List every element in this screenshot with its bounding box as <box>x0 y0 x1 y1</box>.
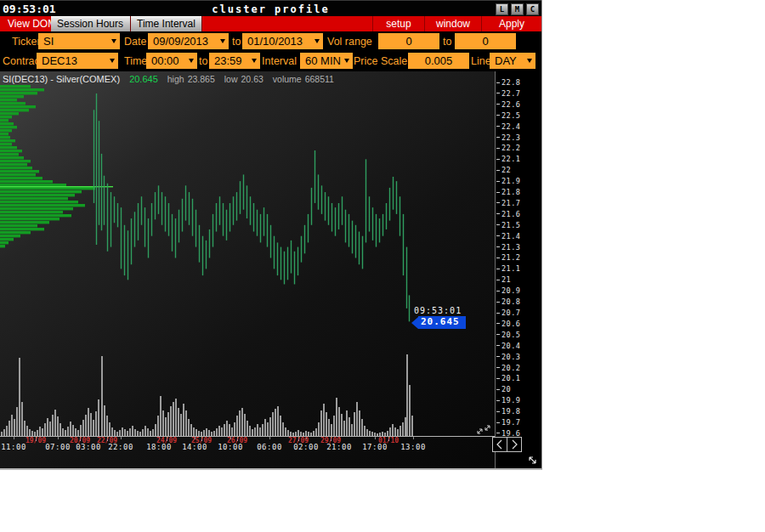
chevron-down-icon <box>314 39 320 43</box>
chevron-down-icon <box>110 59 115 63</box>
ticker-label: Ticker <box>12 36 41 48</box>
title-bar: 09:53:01 cluster profile L M C <box>0 0 541 17</box>
y-axis-label: 21 <box>496 275 511 284</box>
date-to-label: to <box>232 36 241 48</box>
y-axis-label: 21.2 <box>496 253 520 262</box>
y-axis-label: 21.1 <box>496 264 520 273</box>
window-button-c[interactable]: C <box>526 3 539 15</box>
cluster-profile-window: 09:53:01 cluster profile L M C View DOM … <box>0 0 542 470</box>
chart-plot-area[interactable]: SI(DEC13) - Silver(COMEX) 20.645 high23.… <box>0 71 495 468</box>
y-axis-label: 20.2 <box>496 364 520 372</box>
date-to-select[interactable]: 01/10/2013 <box>242 33 323 49</box>
price-axis: 22.822.722.622.522.422.322.222.12221.921… <box>495 71 541 468</box>
param-row-2: Contract DEC13 Time 00:00 to 23:59 Inter… <box>0 51 541 71</box>
price-scale-label: Price Scale <box>354 55 407 67</box>
y-axis-label: 22.7 <box>496 89 520 98</box>
vol-from-field[interactable]: 0 <box>378 33 439 49</box>
time-to-label: to <box>199 55 207 67</box>
y-axis-label: 22.6 <box>496 100 520 109</box>
y-axis-label: 22.8 <box>496 78 520 87</box>
resize-grip-icon[interactable] <box>527 455 538 466</box>
interval-label: Interval <box>262 55 297 67</box>
chevron-down-icon <box>252 59 257 63</box>
x-axis-time-label: 22:00 <box>108 443 133 451</box>
y-axis-label: 20.3 <box>496 353 520 361</box>
chevron-down-icon <box>344 59 349 63</box>
vol-to-field[interactable]: 0 <box>455 33 516 49</box>
interval-select[interactable]: 60 MIN <box>300 53 353 69</box>
y-axis-label: 22.2 <box>496 144 520 152</box>
x-axis-time-label: 17:00 <box>362 443 388 451</box>
last-price: 20.645 <box>129 74 158 84</box>
volume-stat: volume668511 <box>273 74 334 84</box>
y-axis-label: 22.1 <box>496 155 520 163</box>
high-stat: high23.865 <box>167 74 215 84</box>
y-axis-label: 20.4 <box>496 342 520 350</box>
time-from-select[interactable]: 00:00 <box>146 53 197 69</box>
y-axis-label: 20.7 <box>496 308 520 317</box>
window-button-m[interactable]: M <box>511 3 524 15</box>
time-axis: 19/0920/0922/0924/0925/0926/0927/0929/09… <box>0 437 495 455</box>
y-axis-label: 19.7 <box>496 418 520 427</box>
pan-arrows-icon[interactable] <box>475 422 492 436</box>
window-button-l[interactable]: L <box>496 3 508 15</box>
horizontal-scrollbar <box>492 437 522 452</box>
time-to-select[interactable]: 23:59 <box>209 53 260 69</box>
last-price-tag: 20.645 <box>411 316 466 329</box>
y-axis-label: 20.9 <box>496 286 520 295</box>
line-select[interactable]: DAY <box>490 53 536 69</box>
chevron-down-icon <box>527 59 532 63</box>
price-tag-pointer-icon <box>411 317 418 329</box>
tab-time-interval[interactable]: Time Interval <box>131 16 202 31</box>
time-label: Time <box>124 55 147 67</box>
date-label: Date <box>124 36 146 48</box>
scroll-left-button[interactable] <box>492 437 507 452</box>
scroll-right-button[interactable] <box>507 437 522 452</box>
y-axis-label: 20 <box>496 385 511 393</box>
vol-range-label: Vol range <box>327 36 372 48</box>
y-axis-label: 22 <box>496 166 511 174</box>
chevron-down-icon <box>189 59 194 63</box>
y-axis-label: 22.4 <box>496 122 520 131</box>
y-axis-label: 19.8 <box>496 407 520 416</box>
menu-actions: setup window Apply <box>372 16 541 31</box>
setup-button[interactable]: setup <box>372 16 424 31</box>
price-scale-field[interactable]: 0.005 <box>408 53 469 69</box>
x-axis-time-label: 03:00 <box>76 443 101 451</box>
date-from-select[interactable]: 09/09/2013 <box>148 33 229 49</box>
y-axis-label: 21.4 <box>496 232 520 241</box>
ticker-select[interactable]: SI <box>38 33 120 49</box>
window-buttons: L M C <box>496 3 539 15</box>
price-chart <box>0 71 495 453</box>
y-axis-label: 22.5 <box>496 111 520 120</box>
y-axis-label: 20.6 <box>496 320 520 328</box>
window-title: cluster profile <box>0 3 541 15</box>
y-axis-label: 21.8 <box>496 188 520 196</box>
vol-to-label: to <box>443 36 451 48</box>
y-axis-label: 20.8 <box>496 297 520 306</box>
y-axis-label: 20.1 <box>496 374 520 382</box>
apply-button[interactable]: Apply <box>481 16 541 31</box>
param-row-1: Ticker SI Date 09/09/2013 to 01/10/2013 … <box>0 31 541 51</box>
contract-select[interactable]: DEC13 <box>37 53 118 69</box>
line-label: Line <box>471 55 491 67</box>
chevron-down-icon <box>220 39 225 43</box>
y-axis-label: 21.5 <box>496 221 520 229</box>
x-axis-date-label: 19/09 <box>26 437 46 444</box>
y-axis-label: 20.5 <box>496 331 520 339</box>
menu-bar: View DOM Session Hours Time Interval set… <box>0 16 541 31</box>
tab-session-hours[interactable]: Session Hours <box>51 16 131 31</box>
x-axis-time-label: 02:00 <box>293 443 319 451</box>
window-button[interactable]: window <box>424 16 481 31</box>
last-trade-time: 09:53:01 <box>414 306 462 315</box>
x-axis-time-label: 10:00 <box>218 443 243 451</box>
chart-header: SI(DEC13) - Silver(COMEX) 20.645 high23.… <box>3 74 334 84</box>
x-axis-time-label: 11:00 <box>1 443 26 451</box>
y-axis-label: 21.9 <box>496 177 520 185</box>
y-axis-label: 19.9 <box>496 396 520 405</box>
y-axis-label: 21.7 <box>496 199 520 207</box>
chevron-down-icon <box>111 39 116 43</box>
x-axis-time-label: 21:00 <box>326 443 352 451</box>
y-axis-label: 22.3 <box>496 133 520 142</box>
low-stat: low20.63 <box>224 74 264 84</box>
